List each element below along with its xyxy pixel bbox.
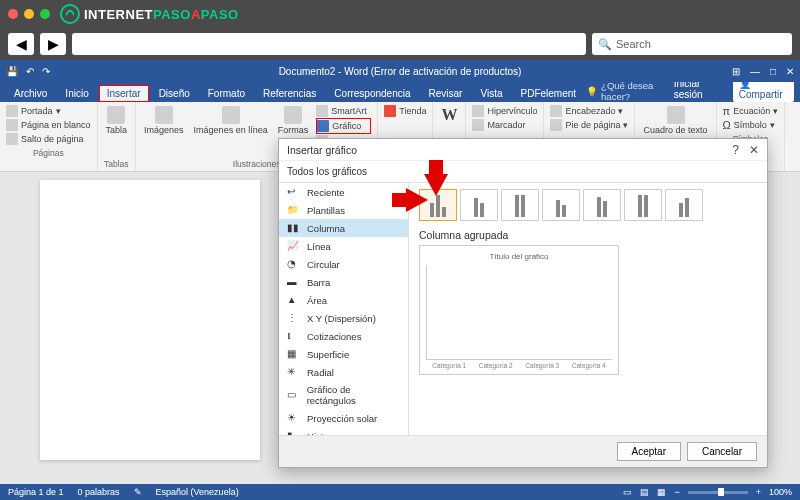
insert-chart-dialog: Insertar gráfico ? ✕ Todos los gráficos … xyxy=(278,138,768,468)
smartart-button[interactable]: SmartArt xyxy=(316,104,371,118)
status-spellcheck-icon[interactable]: ✎ xyxy=(134,487,142,497)
tab-diseno[interactable]: Diseño xyxy=(151,85,198,102)
subtype-3d-stacked[interactable] xyxy=(583,189,621,221)
window-max-dot[interactable] xyxy=(40,9,50,19)
maximize-icon[interactable]: □ xyxy=(770,66,776,77)
dialog-close-icon[interactable]: ✕ xyxy=(749,143,759,157)
status-page[interactable]: Página 1 de 1 xyxy=(8,487,64,497)
tab-insertar[interactable]: Insertar xyxy=(99,85,149,102)
logo-text-3: A xyxy=(191,7,201,22)
tab-revisar[interactable]: Revisar xyxy=(421,85,471,102)
ct-reciente[interactable]: ↩Reciente xyxy=(279,183,408,201)
annotation-arrow-right xyxy=(392,188,428,212)
pagina-blanco-button[interactable]: Página en blanco xyxy=(6,118,91,132)
salto-pagina-button[interactable]: Salto de página xyxy=(6,132,91,146)
undo-icon[interactable]: ↶ xyxy=(26,66,34,77)
window-close-dot[interactable] xyxy=(8,9,18,19)
imagenes-button[interactable]: Imágenes xyxy=(142,104,186,137)
subtype-stacked100[interactable] xyxy=(501,189,539,221)
url-bar[interactable] xyxy=(72,33,586,55)
status-bar: Página 1 de 1 0 palabras ✎ Español (Vene… xyxy=(0,484,800,500)
ct-plantillas[interactable]: 📁Plantillas xyxy=(279,201,408,219)
group-vinculos-label xyxy=(472,132,537,134)
pie-pagina-button[interactable]: Pie de página ▾ xyxy=(550,118,628,132)
group-encabezado-label xyxy=(550,132,628,134)
cancelar-button[interactable]: Cancelar xyxy=(687,442,757,461)
nav-back-button[interactable]: ◀ xyxy=(8,33,34,55)
ribbon-options-icon[interactable]: ⊞ xyxy=(732,66,740,77)
tienda-button[interactable]: Tienda xyxy=(384,104,426,118)
ct-histograma[interactable]: ▮Histograma xyxy=(279,427,408,435)
window-min-dot[interactable] xyxy=(24,9,34,19)
zoom-percent[interactable]: 100% xyxy=(769,487,792,497)
preview-chart-title: Título del gráfico xyxy=(426,252,612,261)
portada-button[interactable]: Portada ▾ xyxy=(6,104,91,118)
zoom-slider[interactable] xyxy=(688,491,748,494)
save-icon[interactable]: 💾 xyxy=(6,66,18,77)
imagenes-linea-button[interactable]: Imágenes en línea xyxy=(192,104,270,137)
tell-me-box[interactable]: 💡 ¿Qué desea hacer? xyxy=(586,80,672,102)
ct-solar[interactable]: ☀Proyección solar xyxy=(279,409,408,427)
minimize-icon[interactable]: — xyxy=(750,66,760,77)
status-language[interactable]: Español (Venezuela) xyxy=(156,487,239,497)
ct-barra[interactable]: ▬Barra xyxy=(279,273,408,291)
subtype-3d-column[interactable] xyxy=(665,189,703,221)
subtype-3d-clustered[interactable] xyxy=(542,189,580,221)
logo-text-1: INTERNET xyxy=(84,7,153,22)
aceptar-button[interactable]: Aceptar xyxy=(617,442,681,461)
ribbon-tabs: Archivo Inicio Insertar Diseño Formato R… xyxy=(0,82,800,102)
tab-pdfelement[interactable]: PDFelement xyxy=(513,85,585,102)
ct-circular[interactable]: ◔Circular xyxy=(279,255,408,273)
ct-columna[interactable]: ▮▮Columna xyxy=(279,219,408,237)
zoom-out-icon[interactable]: − xyxy=(674,487,679,497)
dialog-tab-all[interactable]: Todos los gráficos xyxy=(279,161,767,183)
grafico-button[interactable]: Gráfico xyxy=(316,118,371,134)
formas-button[interactable]: Formas xyxy=(276,104,311,137)
tab-formato[interactable]: Formato xyxy=(200,85,253,102)
marcador-button[interactable]: Marcador xyxy=(472,118,537,132)
hipervinculo-button[interactable]: Hipervínculo xyxy=(472,104,537,118)
ecuacion-button[interactable]: π Ecuación ▾ xyxy=(723,104,779,118)
view-print-icon[interactable]: ▤ xyxy=(640,487,649,497)
tab-inicio[interactable]: Inicio xyxy=(57,85,96,102)
chart-preview-box[interactable]: Título del gráfico Categoría 1Categoría … xyxy=(419,245,619,375)
tab-archivo[interactable]: Archivo xyxy=(6,85,55,102)
ct-area[interactable]: ▲Área xyxy=(279,291,408,309)
dialog-title-text: Insertar gráfico xyxy=(287,144,357,156)
wikipedia-button[interactable]: W xyxy=(439,104,459,126)
ct-cotizaciones[interactable]: ⫾Cotizaciones xyxy=(279,327,408,345)
document-page[interactable] xyxy=(40,180,260,460)
close-icon[interactable]: ✕ xyxy=(786,66,794,77)
preview-subtype-name: Columna agrupada xyxy=(419,229,757,241)
nav-forward-button[interactable]: ▶ xyxy=(40,33,66,55)
subtype-stacked[interactable] xyxy=(460,189,498,221)
ct-xy[interactable]: ⋮X Y (Dispersión) xyxy=(279,309,408,327)
status-words[interactable]: 0 palabras xyxy=(78,487,120,497)
document-title: Documento2 - Word (Error de activación d… xyxy=(279,66,522,77)
dialog-help-icon[interactable]: ? xyxy=(732,143,739,157)
ct-superficie[interactable]: ▦Superficie xyxy=(279,345,408,363)
encabezado-button[interactable]: Encabezado ▾ xyxy=(550,104,628,118)
view-read-icon[interactable]: ▭ xyxy=(623,487,632,497)
group-tablas-label: Tablas xyxy=(104,157,130,169)
ct-linea[interactable]: 📈Línea xyxy=(279,237,408,255)
logo-text-4: PASO xyxy=(201,7,239,22)
tab-vista[interactable]: Vista xyxy=(472,85,510,102)
ct-rectangulos[interactable]: ▭Gráfico de rectángulos xyxy=(279,381,408,409)
tab-referencias[interactable]: Referencias xyxy=(255,85,324,102)
view-web-icon[interactable]: ▦ xyxy=(657,487,666,497)
zoom-in-icon[interactable]: + xyxy=(756,487,761,497)
chart-type-list: ↩Reciente 📁Plantillas ▮▮Columna 📈Línea ◔… xyxy=(279,183,409,435)
search-placeholder: Search xyxy=(616,38,651,50)
ct-radial[interactable]: ✳Radial xyxy=(279,363,408,381)
subtype-3d-stacked100[interactable] xyxy=(624,189,662,221)
cuadro-texto-button[interactable]: Cuadro de texto xyxy=(641,104,709,137)
search-bar[interactable]: 🔍 Search xyxy=(592,33,792,55)
tabla-button[interactable]: Tabla xyxy=(104,104,130,137)
search-icon: 🔍 xyxy=(598,38,612,51)
simbolo-button[interactable]: Ω Símbolo ▾ xyxy=(723,118,779,132)
preview-chart-bars xyxy=(426,265,612,360)
tab-correspondencia[interactable]: Correspondencia xyxy=(326,85,418,102)
redo-icon[interactable]: ↷ xyxy=(42,66,50,77)
group-paginas-label: Páginas xyxy=(6,146,91,158)
